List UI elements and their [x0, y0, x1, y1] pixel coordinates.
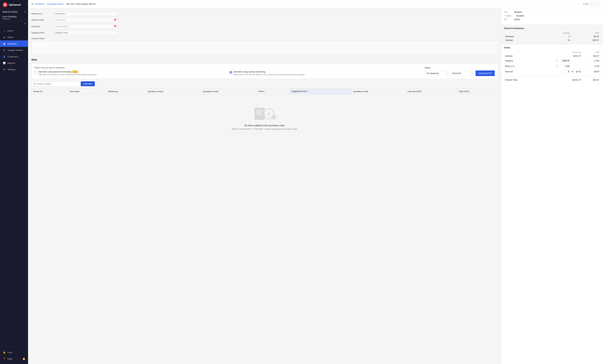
- th-suggested-need: Suggested need ?: [290, 89, 351, 94]
- logo-text: lightspeed: [9, 3, 21, 6]
- radio-manual[interactable]: [230, 71, 232, 74]
- suggested-need-help-icon[interactable]: ?: [307, 90, 309, 93]
- ordered-total-usd: $16.47: [582, 78, 600, 82]
- sidebar-item-reports[interactable]: 📊 Reports: [0, 60, 28, 66]
- empty-state-desc: Select "Generate PO" or "Add item" to st…: [35, 128, 494, 130]
- costs-table: THB (0.33) USD Subtotal ฿501.74 $16.47 S: [504, 51, 600, 82]
- notification-badge: 🔔: [23, 357, 25, 360]
- th-need: Need ?: [257, 89, 290, 94]
- method-option-manual[interactable]: Add items using manual reordering Decide…: [230, 71, 419, 76]
- costs-header-row: THB (0.33) USD: [504, 51, 600, 54]
- method-manual-label: Add items using manual reordering: [233, 71, 265, 73]
- shipping-note-input[interactable]: [54, 31, 118, 35]
- ordered-total: $16.47: [571, 38, 600, 42]
- received-total: $0.00: [571, 35, 600, 38]
- sidebar-item-customers-label: Customers: [8, 55, 18, 58]
- prev-page-button[interactable]: ‹: [590, 2, 594, 6]
- general-notes-textarea[interactable]: [31, 41, 498, 54]
- discount-usd: $0.00: [582, 69, 600, 74]
- expected-date-placeholder: Expected Date: [55, 25, 69, 28]
- add-method-title: Select how you want to add items: [34, 66, 419, 69]
- svg-rect-2: [256, 110, 263, 111]
- category-filter[interactable]: All categories: [425, 71, 448, 76]
- lock-button[interactable]: 🔒 Lock: [0, 349, 28, 355]
- sidebar-item-settings[interactable]: ⚙ Settings: [0, 66, 28, 73]
- city-value: Bangkok: [514, 11, 522, 13]
- sidebar-item-home-label: Home: [8, 30, 13, 32]
- add-item-button[interactable]: Add item: [81, 81, 95, 86]
- shipping-note-row: Shipping Note: [31, 31, 498, 35]
- ordered-date-placeholder: Order Date: [55, 19, 65, 21]
- collapse-icon[interactable]: ▾: [24, 22, 26, 25]
- brand-filter[interactable]: All brands: [450, 71, 474, 76]
- other-thb-input[interactable]: [558, 64, 571, 68]
- other-arrow: →: [572, 64, 582, 69]
- costs-th-usd: USD: [582, 51, 600, 54]
- store-selector[interactable]: Retail (R-Series) ▾: [0, 10, 28, 14]
- supplier-market-icon: 🛒: [3, 49, 6, 52]
- other-dollar-icon: $: [556, 65, 557, 67]
- need-help-icon[interactable]: ?: [264, 90, 267, 93]
- ordered-date-input[interactable]: Order Date 📅: [54, 18, 118, 22]
- search-product-input[interactable]: [37, 83, 77, 85]
- costs-title: Costs: [504, 46, 600, 49]
- sidebar-item-supplier-market[interactable]: 🛒 Supplier Market: [0, 47, 28, 53]
- help-button[interactable]: ❓ Help 🔔: [0, 355, 28, 362]
- chevron-down-icon: ▾: [25, 11, 26, 13]
- empty-state-icon: [251, 104, 278, 121]
- page-title: PO: #21, Farm house, $16.47: [67, 3, 95, 5]
- sidebar-item-inventory[interactable]: ▦ Inventory: [0, 40, 28, 47]
- dollar-icon: $: [556, 60, 557, 62]
- calendar-icon-expected: 📅: [114, 25, 116, 28]
- other-dollar-prefix: $: [535, 64, 572, 69]
- subtotal-thb: ฿501.74: [535, 54, 582, 58]
- customers-icon: 👤: [3, 55, 6, 58]
- summary-th-total: Total: [571, 31, 600, 35]
- city-row: City Bangkok: [504, 11, 600, 13]
- general-notes-section: General Notes: [31, 37, 498, 55]
- th-item-name: Item name: [68, 89, 106, 94]
- address-section: City Bangkok ✎ State Bangkok ZIP 10260: [501, 8, 603, 25]
- other-usd: $ 0.00: [582, 64, 600, 69]
- method-options: Add items using demand forecasting NEW C…: [34, 71, 419, 76]
- sidebar-item-home[interactable]: ⌂ Home: [0, 28, 28, 34]
- summary-th-quantity: Quantity: [540, 31, 571, 35]
- method-option-demand[interactable]: Add items using demand forecasting NEW C…: [34, 71, 224, 76]
- help-label: Help: [8, 358, 12, 360]
- shipping-thb-input[interactable]: [558, 59, 571, 63]
- sales-icon: ◈: [3, 36, 6, 39]
- radio-demand[interactable]: [34, 71, 37, 74]
- reference-input[interactable]: [54, 11, 118, 16]
- summary-th-label: [504, 31, 540, 35]
- generate-po-button[interactable]: Generate PO: [475, 70, 495, 76]
- svg-rect-3: [256, 112, 261, 113]
- lock-label: Lock: [8, 351, 12, 354]
- inventory-icon: ▦: [3, 42, 6, 45]
- received-row: Received 0 $0.00: [504, 35, 600, 38]
- discount-value-input[interactable]: [562, 70, 570, 74]
- state-label: State: [506, 15, 516, 17]
- breadcrumb: ☰ Inventory › Purchase Orders › PO: #21,…: [31, 3, 96, 5]
- sidebar-item-sales-label: Sales: [8, 36, 13, 39]
- main-content: ☰ Inventory › Purchase Orders › PO: #21,…: [28, 0, 603, 364]
- filters-label: Filters: [425, 66, 495, 69]
- method-demand-text: Add items using demand forecasting NEW C…: [38, 71, 97, 76]
- sidebar-item-customers[interactable]: 👤 Customers: [0, 53, 28, 60]
- edit-state-icon[interactable]: ✎: [504, 15, 505, 17]
- lightspeed-logo-icon: [3, 2, 8, 7]
- zip-row: ZIP 10260: [504, 18, 600, 21]
- shipping-note-label: Shipping Note: [31, 32, 54, 34]
- search-icon: 🔍: [33, 83, 36, 85]
- shipping-arrow-icon: →: [579, 60, 581, 62]
- th-total: Total (USD): [457, 89, 498, 94]
- breadcrumb-inventory[interactable]: Inventory: [35, 3, 44, 5]
- expected-date-input[interactable]: Expected Date 📅: [54, 24, 118, 29]
- ordered-total-label: Ordered Total: [504, 78, 535, 82]
- help-icon: ❓: [3, 357, 6, 360]
- shipping-row: Shipping $ → $ 0.00: [504, 58, 600, 64]
- content-area: Reference # Ordered Date Order Date 📅 Ex…: [28, 8, 603, 364]
- next-page-button[interactable]: ›: [595, 2, 600, 6]
- breadcrumb-purchase-orders[interactable]: Purchase Orders: [47, 3, 64, 5]
- empty-state-row: No items added to this purchase order Se…: [32, 94, 498, 141]
- sidebar-item-sales[interactable]: ◈ Sales: [0, 34, 28, 40]
